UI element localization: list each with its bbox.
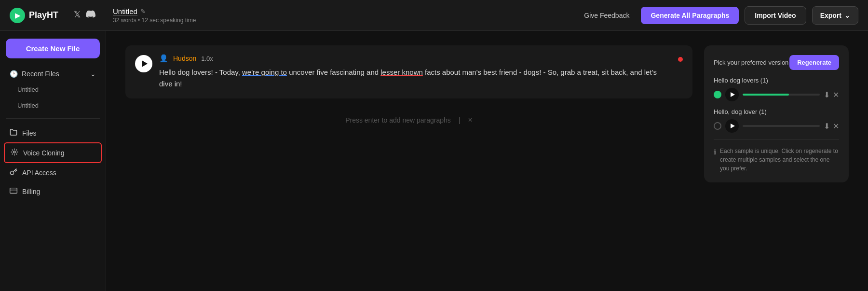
- info-icon: ℹ: [714, 147, 716, 157]
- version2-play-button[interactable]: [725, 119, 739, 133]
- version-panel-title: Pick your preferred version: [714, 59, 788, 66]
- text-span-1: we're going to: [242, 68, 287, 76]
- close-version-icon[interactable]: ✕: [833, 122, 839, 131]
- close-version-icon[interactable]: ✕: [833, 90, 839, 99]
- recording-indicator: [678, 57, 683, 62]
- paragraph-meta: 👤 Hudson 1.0x: [159, 54, 671, 63]
- files-label: Files: [22, 129, 37, 137]
- api-icon: [10, 168, 17, 177]
- feedback-button[interactable]: Give Feedback: [578, 8, 635, 23]
- play-icon: [731, 124, 735, 128]
- recent-files-label: Recent Files: [22, 70, 59, 78]
- download-icon[interactable]: ⬇: [824, 122, 830, 131]
- play-icon: [142, 60, 148, 67]
- sidebar-section-nav: Files Voice Cloning API Access Billin: [0, 124, 106, 201]
- list-item[interactable]: Untitled: [4, 82, 102, 97]
- topbar: ▶ PlayHT 𝕏 Untitled ✎ 32 words • 12 sec …: [0, 0, 868, 31]
- twitter-icon[interactable]: 𝕏: [74, 9, 81, 21]
- version2-progress-bar: [743, 125, 820, 127]
- billing-icon: [10, 187, 17, 196]
- file-title-text: Untitled: [113, 7, 137, 16]
- recent-files-header[interactable]: 🕐 Recent Files ⌄: [4, 66, 102, 82]
- main-layout: Create New File 🕐 Recent Files ⌄ Untitle…: [0, 31, 868, 291]
- version1-radio[interactable]: [714, 91, 721, 98]
- file-info: Untitled ✎ 32 words • 12 sec speaking ti…: [113, 7, 570, 24]
- add-paragraph-hint: Press enter to add new paragraphs | ×: [125, 106, 692, 134]
- version-info-text: Each sample is unique. Click on regenera…: [720, 147, 839, 173]
- file-meta: 32 words • 12 sec speaking time: [113, 17, 570, 24]
- voice-cloning-icon: [11, 148, 18, 157]
- version-divider: [714, 139, 839, 140]
- list-item[interactable]: Untitled: [4, 97, 102, 113]
- app-name: PlayHT: [29, 10, 58, 20]
- content-area: 👤 Hudson 1.0x Hello dog lovers! - Today,…: [106, 31, 868, 291]
- add-hint-text: Press enter to add new paragraphs: [345, 116, 451, 124]
- download-icon[interactable]: ⬇: [824, 90, 830, 99]
- social-icons: 𝕏: [74, 9, 95, 21]
- import-video-button[interactable]: Import Video: [745, 6, 806, 25]
- api-access-label: API Access: [22, 169, 56, 177]
- folder-icon: [10, 128, 17, 138]
- version-panel: Pick your preferred version Regenerate H…: [704, 45, 849, 182]
- version2-actions: ⬇ ✕: [824, 122, 839, 131]
- voice-cloning-label: Voice Cloning: [23, 149, 65, 157]
- create-new-file-button[interactable]: Create New File: [6, 39, 100, 58]
- paragraph-play-button[interactable]: [135, 55, 152, 72]
- topbar-actions: Give Feedback Generate All Paragraphs Im…: [578, 6, 858, 25]
- clock-icon: 🕐: [10, 70, 18, 78]
- version1-progress-bar: [743, 94, 820, 96]
- version2-label: Hello, dog lover (1): [714, 108, 839, 115]
- version-info: ℹ Each sample is unique. Click on regene…: [714, 147, 839, 173]
- logo-icon: ▶: [10, 8, 25, 23]
- svg-rect-1: [10, 188, 17, 194]
- version2-radio[interactable]: [714, 122, 721, 130]
- version1-actions: ⬇ ✕: [824, 90, 839, 99]
- close-icon[interactable]: ×: [468, 116, 473, 125]
- version1-play-button[interactable]: [725, 88, 739, 101]
- sidebar-item-billing[interactable]: Billing: [4, 182, 102, 201]
- logo: ▶ PlayHT: [10, 8, 58, 23]
- file-title: Untitled ✎: [113, 7, 570, 16]
- export-label: Export: [820, 12, 841, 19]
- discord-icon[interactable]: [86, 9, 95, 21]
- version1-progress-fill: [743, 94, 789, 96]
- play-icon: [731, 92, 735, 97]
- sidebar-item-files[interactable]: Files: [4, 124, 102, 142]
- text-span-2: lesser known: [380, 68, 423, 76]
- export-button[interactable]: Export ⌄: [812, 6, 858, 25]
- version-panel-header: Pick your preferred version Regenerate: [714, 55, 839, 70]
- paragraph-body: 👤 Hudson 1.0x Hello dog lovers! - Today,…: [159, 54, 671, 90]
- edit-icon[interactable]: ✎: [140, 8, 146, 15]
- recent-files-chevron-icon: ⌄: [90, 70, 96, 78]
- speaker-name[interactable]: Hudson: [173, 55, 196, 62]
- version-item-1: Hello dog lovers (1) ⬇ ✕: [714, 77, 839, 101]
- editor-area: 👤 Hudson 1.0x Hello dog lovers! - Today,…: [125, 45, 692, 134]
- version2-controls: ⬇ ✕: [714, 119, 839, 133]
- sidebar: Create New File 🕐 Recent Files ⌄ Untitle…: [0, 31, 106, 291]
- sidebar-section: 🕐 Recent Files ⌄ Untitled Untitled: [0, 66, 106, 113]
- sidebar-item-api-access[interactable]: API Access: [4, 163, 102, 182]
- speaker-icon: 👤: [159, 54, 168, 63]
- pipe-separator: |: [459, 116, 461, 124]
- regenerate-button[interactable]: Regenerate: [789, 55, 839, 70]
- billing-label: Billing: [22, 188, 40, 195]
- sidebar-item-voice-cloning[interactable]: Voice Cloning: [4, 142, 102, 163]
- speed-badge: 1.0x: [201, 55, 213, 62]
- version1-label: Hello dog lovers (1): [714, 77, 839, 84]
- sidebar-divider: [6, 118, 100, 119]
- version1-controls: ⬇ ✕: [714, 88, 839, 101]
- paragraph-text[interactable]: Hello dog lovers! - Today, we're going t…: [159, 67, 671, 90]
- export-chevron-icon: ⌄: [844, 12, 850, 19]
- version-item-2: Hello, dog lover (1) ⬇ ✕: [714, 108, 839, 133]
- paragraph-block: 👤 Hudson 1.0x Hello dog lovers! - Today,…: [125, 45, 692, 98]
- generate-all-button[interactable]: Generate All Paragraphs: [641, 7, 739, 24]
- svg-point-0: [14, 151, 15, 153]
